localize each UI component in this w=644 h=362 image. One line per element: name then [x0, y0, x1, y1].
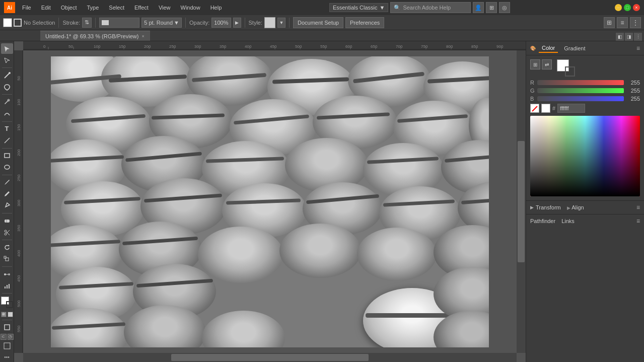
- preferences-button[interactable]: Preferences: [345, 17, 384, 28]
- stroke-swatch[interactable]: [14, 19, 22, 27]
- swap-colors-icon[interactable]: ⇄: [542, 59, 552, 69]
- opacity-expand-button[interactable]: ▶: [233, 18, 241, 28]
- close-button[interactable]: ×: [633, 4, 640, 11]
- adobe-account-icon[interactable]: 👤: [473, 2, 484, 13]
- canvas-area[interactable]: 0 50 100 150 200 250 300 350 400 450 500…: [14, 41, 526, 362]
- workspace-switcher[interactable]: Essentials Classic ▼: [329, 3, 389, 12]
- scale-tool[interactable]: [1, 254, 13, 264]
- svg-text:150: 150: [17, 124, 21, 131]
- transform-section-header[interactable]: ▶ Transform ▶ Align ≡: [526, 201, 644, 214]
- style-dropdown[interactable]: ▼: [277, 18, 285, 28]
- arrange-panels-icon[interactable]: ⊞: [486, 2, 497, 13]
- draw-behind-icon[interactable]: ◷: [8, 334, 14, 340]
- minimize-button[interactable]: –: [615, 4, 622, 11]
- menu-effect[interactable]: Effect: [131, 4, 152, 12]
- stroke-weight-dropdown[interactable]: 5 pt. Round ▼: [141, 18, 182, 28]
- fill-swatch[interactable]: [3, 18, 12, 27]
- color-icon[interactable]: □: [8, 312, 13, 317]
- stroke-color-swatch[interactable]: [6, 301, 13, 308]
- menu-edit[interactable]: Edit: [38, 4, 54, 12]
- none-icon[interactable]: ⊘: [1, 312, 7, 317]
- document-tab-close[interactable]: ×: [141, 34, 144, 39]
- type-tool[interactable]: T: [1, 123, 13, 134]
- color-tab[interactable]: Color: [539, 44, 558, 53]
- canvas-content[interactable]: [23, 50, 517, 353]
- svg-rect-18: [5, 286, 6, 288]
- transform-menu-icon[interactable]: ≡: [636, 204, 640, 211]
- b-slider[interactable]: [537, 96, 624, 101]
- panels-left-icon[interactable]: ◧: [616, 33, 624, 41]
- column-graph-tool[interactable]: [1, 280, 13, 291]
- pathfinder-section-header[interactable]: Pathfinder Links ≡: [526, 214, 644, 228]
- align-icon-1[interactable]: ⊞: [604, 17, 615, 28]
- svg-text:50: 50: [68, 44, 73, 49]
- color-spectrum[interactable]: [530, 116, 640, 196]
- more-tools[interactable]: •••: [4, 354, 10, 360]
- svg-rect-6: [5, 220, 10, 223]
- panels-right-icon[interactable]: ◨: [625, 33, 633, 41]
- menu-file[interactable]: File: [19, 4, 34, 12]
- blend-tool[interactable]: [1, 269, 13, 279]
- white-fill-icon[interactable]: [541, 104, 550, 113]
- svg-text:200: 200: [17, 149, 21, 156]
- eraser-tool[interactable]: [1, 215, 13, 226]
- g-slider[interactable]: [537, 88, 624, 93]
- draw-inside-icon[interactable]: ⊂: [1, 334, 7, 340]
- menu-object[interactable]: Object: [58, 4, 80, 12]
- discover-icon[interactable]: ◎: [499, 2, 510, 13]
- draw-mode[interactable]: [1, 322, 13, 333]
- direct-selection-tool[interactable]: [1, 55, 13, 65]
- maximize-button[interactable]: □: [624, 4, 631, 11]
- artboard[interactable]: [51, 56, 489, 347]
- r-channel: R 255: [530, 80, 640, 86]
- app-logo: Ai: [4, 2, 15, 13]
- search-bar[interactable]: 🔍 Search Adobe Help: [390, 2, 471, 13]
- rectangle-tool[interactable]: [1, 151, 13, 161]
- shaper-tool[interactable]: [1, 200, 13, 211]
- scrollbar-bottom[interactable]: [23, 353, 517, 362]
- menu-view[interactable]: View: [156, 4, 174, 12]
- document-tab[interactable]: Untitled-1* @ 69.33 % (RGB/Preview) ×: [40, 31, 150, 41]
- align-icon-3[interactable]: ⋮: [630, 17, 641, 28]
- scroll-thumb-horizontal[interactable]: [171, 354, 369, 361]
- tool-separator-4: [2, 148, 12, 149]
- lasso-tool[interactable]: [1, 82, 13, 92]
- stroke-arrows[interactable]: ⇅: [82, 18, 92, 28]
- r-slider[interactable]: [537, 80, 624, 85]
- curvature-tool[interactable]: [1, 108, 13, 119]
- svg-line-0: [5, 73, 10, 78]
- pencil-tool[interactable]: [1, 189, 13, 199]
- scrollbar-right[interactable]: [517, 50, 526, 353]
- tab-options-icon[interactable]: ⋮: [634, 33, 642, 41]
- menu-window[interactable]: Window: [178, 4, 203, 12]
- color-panel-menu-icon[interactable]: ≡: [636, 45, 640, 52]
- stroke-swatch-large[interactable]: [565, 66, 575, 77]
- svg-text:500: 500: [17, 300, 21, 307]
- svg-text:300: 300: [194, 44, 201, 49]
- rgb-mode-icon[interactable]: ⊞: [530, 59, 540, 69]
- line-segment-tool[interactable]: [1, 135, 13, 146]
- menu-type[interactable]: Type: [84, 4, 102, 12]
- macaron-28: [279, 224, 361, 278]
- scissors-tool[interactable]: [1, 227, 13, 238]
- rotate-tool[interactable]: [1, 242, 13, 253]
- ellipse-tool[interactable]: [1, 162, 13, 173]
- align-icon-2[interactable]: ≡: [617, 17, 628, 28]
- tool-separator-9: [2, 293, 12, 294]
- magic-wand-tool[interactable]: [1, 70, 13, 81]
- selection-tool[interactable]: [1, 43, 13, 54]
- hex-input[interactable]: [557, 104, 585, 113]
- pen-tool[interactable]: [1, 97, 13, 107]
- no-fill-icon[interactable]: [530, 104, 539, 113]
- pathfinder-menu-icon[interactable]: ≡: [636, 218, 640, 225]
- style-swatch[interactable]: [264, 17, 275, 28]
- menu-select[interactable]: Select: [106, 4, 127, 12]
- gradient-tab[interactable]: Gradient: [561, 44, 588, 52]
- document-setup-button[interactable]: Document Setup: [293, 17, 343, 28]
- separator-1: [58, 18, 59, 28]
- change-screen-mode[interactable]: [1, 341, 13, 351]
- menu-help[interactable]: Help: [207, 4, 225, 12]
- opacity-value-field[interactable]: 100%: [211, 18, 231, 28]
- paintbrush-tool[interactable]: [1, 177, 13, 188]
- scroll-thumb-vertical[interactable]: [518, 141, 525, 262]
